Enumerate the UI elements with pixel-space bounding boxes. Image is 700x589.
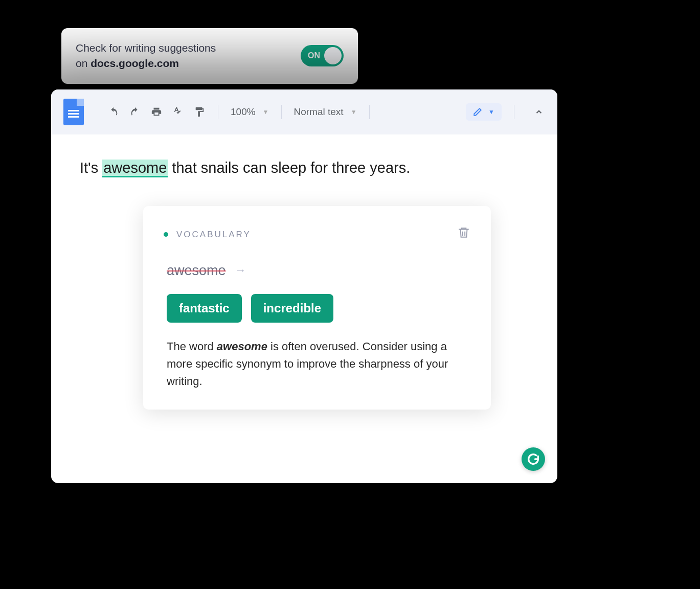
toolbar-separator: [218, 105, 218, 119]
grammarly-badge[interactable]: [522, 447, 545, 471]
docs-window: 100% ▼ Normal text ▼ ▼ It's awesome that…: [51, 89, 557, 483]
toolbar: 100% ▼ Normal text ▼ ▼: [51, 89, 557, 134]
toolbar-separator: [514, 105, 514, 119]
print-icon[interactable]: [150, 106, 163, 118]
settings-line1: Check for writing suggestions: [76, 42, 216, 54]
suggestion-description: The word awesome is often overused. Cons…: [164, 338, 470, 390]
original-word: awesome: [167, 260, 226, 281]
toolbar-separator: [369, 105, 370, 119]
settings-line2-prefix: on: [76, 57, 91, 69]
document-body[interactable]: It's awesome that snails can sleep for t…: [51, 134, 557, 202]
category-dot-icon: [164, 232, 168, 237]
google-docs-icon[interactable]: [63, 99, 84, 125]
dismiss-button[interactable]: [457, 223, 470, 246]
suggestion-category: VOCABULARY: [176, 228, 251, 241]
suggestion-option-button[interactable]: incredible: [251, 294, 333, 323]
edit-mode-button[interactable]: ▼: [466, 103, 502, 121]
suggestion-card: VOCABULARY awesome → fantastic incredibl…: [143, 206, 491, 410]
spellcheck-icon[interactable]: [172, 106, 184, 118]
style-value: Normal text: [294, 106, 344, 118]
zoom-value: 100%: [231, 106, 256, 118]
chevron-down-icon: ▼: [263, 108, 269, 116]
style-dropdown[interactable]: Normal text ▼: [294, 106, 357, 118]
undo-icon[interactable]: [107, 106, 120, 118]
toolbar-separator: [281, 105, 282, 119]
chevron-up-icon[interactable]: [533, 106, 545, 118]
original-word-row: awesome →: [164, 260, 470, 281]
toggle-label: ON: [308, 51, 320, 60]
suggestions-toggle[interactable]: ON: [301, 45, 344, 66]
text-after: that snails can sleep for three years.: [168, 160, 410, 176]
chevron-down-icon: ▼: [351, 108, 357, 116]
highlighted-word[interactable]: awesome: [102, 160, 168, 177]
redo-icon[interactable]: [129, 106, 141, 118]
suggestion-option-button[interactable]: fantastic: [167, 294, 242, 323]
settings-domain: docs.google.com: [91, 57, 179, 69]
text-before: It's: [80, 160, 102, 176]
paint-format-icon[interactable]: [193, 106, 206, 118]
zoom-dropdown[interactable]: 100% ▼: [231, 106, 269, 118]
toggle-knob: [324, 47, 342, 64]
chevron-down-icon: ▼: [488, 108, 494, 116]
settings-text: Check for writing suggestions on docs.go…: [76, 40, 216, 72]
arrow-right-icon: →: [235, 262, 246, 279]
suggestion-options: fantastic incredible: [164, 294, 470, 323]
settings-card: Check for writing suggestions on docs.go…: [61, 28, 358, 84]
